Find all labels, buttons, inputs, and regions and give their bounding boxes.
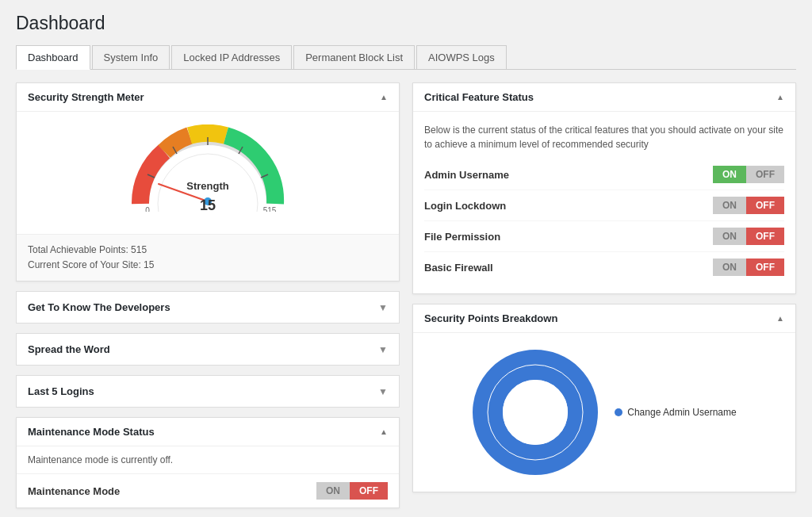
maintenance-panel: Maintenance Mode Status ▲ Maintenance mo…: [16, 417, 400, 508]
total-achievable: Total Achievable Points: 515: [28, 243, 388, 258]
tab-aiowps-logs[interactable]: AIOWPS Logs: [416, 45, 507, 69]
critical-feature-panel: Critical Feature Status ▲ Below is the c…: [412, 82, 796, 294]
spread-word-arrow: ▼: [378, 344, 388, 355]
firewall-on-button[interactable]: ON: [713, 258, 746, 276]
svg-text:Strength: Strength: [186, 180, 229, 192]
feature-label-file: File Permission: [424, 231, 500, 243]
tab-bar: Dashboard System Info Locked IP Addresse…: [16, 45, 796, 70]
critical-feature-title: Critical Feature Status: [424, 91, 534, 103]
legend-dot: [615, 408, 622, 416]
critical-feature-description: Below is the current status of the criti…: [424, 123, 784, 151]
security-strength-panel: Security Strength Meter ▲: [16, 82, 400, 281]
breakdown-collapse-icon[interactable]: ▲: [776, 314, 784, 323]
tab-system-info[interactable]: System Info: [92, 45, 170, 69]
feature-row-admin: Admin Username ON OFF: [424, 159, 784, 190]
developers-arrow: ▼: [378, 302, 388, 313]
login-lockdown-toggle[interactable]: ON OFF: [713, 197, 784, 214]
last-logins-panel: Last 5 Logins ▼: [16, 375, 400, 408]
admin-off-button[interactable]: OFF: [746, 166, 784, 183]
feature-row-firewall: Basic Firewall ON OFF: [424, 252, 784, 282]
page-title: Dashboard: [16, 13, 796, 34]
spread-word-title: Spread the Word: [28, 343, 110, 355]
gauge-container: Strength 0 515 15: [17, 112, 399, 234]
critical-feature-body: Below is the current status of the criti…: [413, 112, 795, 293]
feature-label-admin: Admin Username: [424, 169, 509, 181]
file-off-button[interactable]: OFF: [746, 228, 784, 245]
critical-collapse-icon[interactable]: ▲: [776, 93, 784, 101]
svg-point-14: [503, 380, 568, 445]
feature-label-login: Login Lockdown: [424, 200, 506, 212]
last-logins-header[interactable]: Last 5 Logins ▼: [17, 376, 399, 407]
collapse-icon[interactable]: ▲: [380, 93, 388, 101]
security-breakdown-panel: Security Points Breakdown ▲ Change Admin…: [412, 304, 796, 492]
login-off-button[interactable]: OFF: [746, 197, 784, 214]
feature-row-file: File Permission ON OFF: [424, 221, 784, 252]
file-permission-toggle[interactable]: ON OFF: [713, 228, 784, 245]
maintenance-title: Maintenance Mode Status: [28, 426, 155, 438]
maintenance-label: Maintenance Mode: [28, 485, 120, 497]
developers-panel: Get To Know The Developers ▼: [16, 291, 400, 324]
maintenance-toggle[interactable]: ON OFF: [316, 482, 388, 500]
gauge-widget: Strength 0 515 15: [128, 124, 287, 228]
tab-dashboard[interactable]: Dashboard: [16, 45, 90, 70]
security-strength-title: Security Strength Meter: [28, 91, 144, 103]
svg-text:0: 0: [145, 206, 150, 212]
donut-legend: Change Admin Username: [615, 407, 736, 418]
spread-word-panel: Spread the Word ▼: [16, 333, 400, 366]
legend-label: Change Admin Username: [627, 407, 736, 418]
firewall-off-button[interactable]: OFF: [746, 258, 784, 276]
gauge-svg: Strength 0 515 15: [128, 124, 287, 212]
maintenance-info: Maintenance mode is currently off.: [17, 446, 399, 474]
svg-text:515: 515: [263, 206, 277, 212]
tab-locked-ip[interactable]: Locked IP Addresses: [171, 45, 292, 69]
feature-row-login: Login Lockdown ON OFF: [424, 190, 784, 221]
admin-on-button[interactable]: ON: [713, 166, 746, 183]
developers-header[interactable]: Get To Know The Developers ▼: [17, 292, 399, 323]
spread-word-header[interactable]: Spread the Word ▼: [17, 334, 399, 365]
security-breakdown-title: Security Points Breakdown: [424, 312, 557, 324]
current-score: Current Score of Your Site: 15: [28, 258, 388, 273]
maintenance-on-button[interactable]: ON: [316, 482, 350, 500]
feature-label-firewall: Basic Firewall: [424, 262, 493, 274]
svg-text:15: 15: [200, 197, 216, 212]
file-on-button[interactable]: ON: [713, 228, 746, 245]
login-on-button[interactable]: ON: [713, 197, 746, 214]
tab-permanent-block[interactable]: Permanent Block List: [293, 45, 415, 69]
maintenance-collapse-icon[interactable]: ▲: [380, 427, 388, 436]
donut-chart: [472, 349, 599, 476]
developers-title: Get To Know The Developers: [28, 301, 170, 313]
maintenance-row: Maintenance Mode ON OFF: [17, 474, 399, 507]
last-logins-title: Last 5 Logins: [28, 385, 94, 397]
basic-firewall-toggle[interactable]: ON OFF: [713, 258, 784, 276]
score-info: Total Achievable Points: 515 Current Sco…: [17, 234, 399, 281]
donut-container: Change Admin Username: [413, 333, 795, 492]
last-logins-arrow: ▼: [378, 386, 388, 397]
maintenance-off-button[interactable]: OFF: [350, 482, 388, 500]
admin-username-toggle[interactable]: ON OFF: [713, 166, 784, 183]
